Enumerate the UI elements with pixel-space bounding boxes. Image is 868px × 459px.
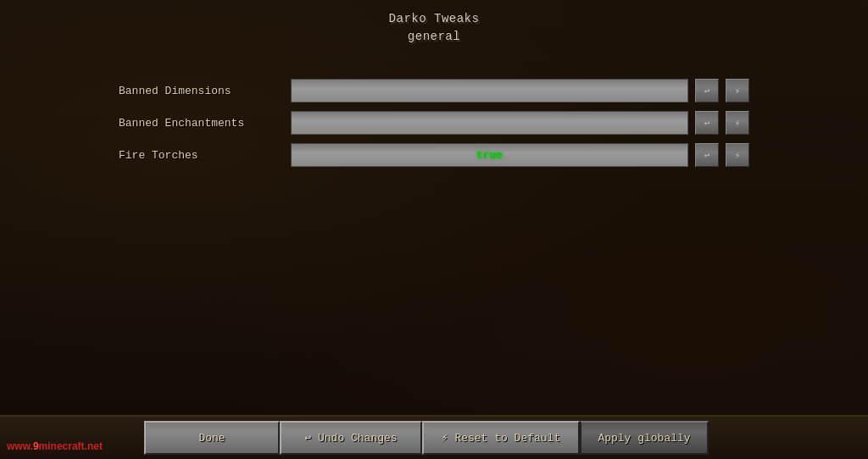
reset-icon: ⚡ <box>735 86 741 97</box>
fire-torches-reset-btn[interactable]: ⚡ <box>726 143 749 167</box>
fire-torches-input[interactable]: true <box>291 143 688 167</box>
banned-dimensions-undo-btn[interactable]: ↩ <box>695 79 719 102</box>
banned-enchantments-input[interactable] <box>291 111 688 135</box>
banned-enchantments-undo-btn[interactable]: ↩ <box>695 111 719 135</box>
reset-icon: ⚡ <box>735 118 741 129</box>
banned-dimensions-input[interactable] <box>291 79 688 102</box>
banned-dimensions-reset-btn[interactable]: ⚡ <box>726 79 749 102</box>
fire-torches-undo-btn[interactable]: ↩ <box>695 143 719 167</box>
reset-button[interactable]: ⚡ Reset to Default <box>422 421 580 455</box>
banned-enchantments-row: Banned Enchantments ↩ ⚡ <box>119 110 749 135</box>
settings-panel: Banned Dimensions ↩ ⚡ Banned Enchantment… <box>0 53 868 415</box>
undo-button[interactable]: ↩ Undo Changes <box>280 421 422 455</box>
header: Darko Tweaks general <box>0 0 868 53</box>
banned-enchantments-reset-btn[interactable]: ⚡ <box>726 111 749 135</box>
banned-dimensions-label: Banned Dimensions <box>119 85 284 97</box>
fire-torches-row: Fire Torches true ↩ ⚡ <box>119 142 749 168</box>
reset-icon: ⚡ <box>735 150 741 161</box>
done-button[interactable]: Done <box>144 421 280 455</box>
app-subtitle: general <box>0 28 868 46</box>
footer: Done ↩ Undo Changes ⚡ Reset to Default A… <box>0 415 868 459</box>
banned-enchantments-label: Banned Enchantments <box>119 117 284 130</box>
apply-globally-button[interactable]: Apply globally <box>580 421 709 455</box>
undo-icon: ↩ <box>704 118 710 129</box>
app-title: Darko Tweaks <box>0 10 868 28</box>
fire-torches-label: Fire Torches <box>119 149 284 162</box>
undo-icon: ↩ <box>704 86 710 97</box>
banned-dimensions-row: Banned Dimensions ↩ ⚡ <box>119 78 749 103</box>
undo-icon: ↩ <box>704 150 710 161</box>
watermark: www.9minecraft.net <box>7 440 103 452</box>
